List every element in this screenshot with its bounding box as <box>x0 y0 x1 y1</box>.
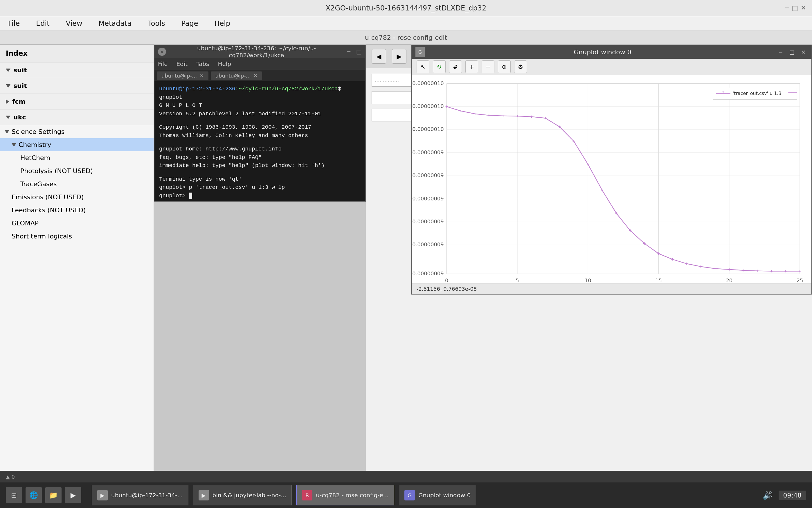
sidebar-science-settings[interactable]: Science Settings <box>0 125 153 138</box>
gnuplot-icon-symbol: G <box>418 49 422 55</box>
rose-toolbar-btn-2[interactable]: ▶ <box>392 49 406 64</box>
gnuplot-reload-btn[interactable]: ↻ <box>433 60 446 73</box>
taskbar-files-btn[interactable]: 📁 <box>45 487 61 503</box>
menu-page[interactable]: Page <box>179 18 200 29</box>
x-label-25: 25 <box>797 278 803 284</box>
terminal-tab-1-close[interactable]: ✕ <box>200 73 204 78</box>
sidebar-photolysis[interactable]: Photolysis (NOT USED) <box>0 164 153 177</box>
sidebar-label-suit2: suit <box>13 82 27 89</box>
chemistry-expand-icon <box>12 143 16 147</box>
terminal-line-10 <box>159 170 361 175</box>
gnuplot-settings-btn[interactable]: ⚙ <box>514 60 527 73</box>
gnuplot-zoom-out-btn[interactable]: − <box>482 60 494 73</box>
sidebar-tracegases[interactable]: TraceGases <box>0 177 153 190</box>
taskbar-item-rose[interactable]: R u-cq782 - rose config-e... <box>297 485 394 505</box>
sidebar-item-fcm[interactable]: fcm <box>0 94 153 109</box>
gnuplot-zoom-in-btn[interactable]: + <box>465 60 478 73</box>
terminal-tab-2-close[interactable]: ✕ <box>254 73 258 78</box>
gnuplot-svg: 0.00000010 0.00000010 0.00000010 0.00000… <box>412 75 811 294</box>
x-label-0: 0 <box>445 278 448 284</box>
terminal-menu-tabs[interactable]: Tabs <box>196 60 209 68</box>
taskbar: ⊞ 🌐 📁 ▶ ▶ ubuntu@ip-172-31-34-... ▶ bin … <box>0 482 812 508</box>
taskbar-rose-icon: R <box>302 490 312 501</box>
taskbar-terminal-launcher-btn[interactable]: ▶ <box>65 487 81 503</box>
sidebar-item-ukc[interactable]: ukc <box>0 110 153 125</box>
emissions-label: Emissions (NOT USED) <box>12 194 84 201</box>
sidebar-emissions[interactable]: Emissions (NOT USED) <box>0 190 153 204</box>
taskbar-browser-btn[interactable]: 🌐 <box>26 487 42 503</box>
gnuplot-controls: ─ □ ✕ <box>777 48 808 56</box>
terminal-line-9: immediate help: type "help" (plot window… <box>159 162 361 170</box>
sidebar-label-suit1: suit <box>13 67 27 74</box>
y-label-3: 0.00000010 <box>412 126 444 132</box>
terminal-titlebar: ✕ ubuntu@ip-172-31-34-236: ~/cylc-run/u-… <box>154 45 365 58</box>
terminal-prompt-line: ubuntu@ip-172-31-34-236:~/cylc-run/u-cq7… <box>159 85 361 101</box>
gnuplot-crosshair-btn[interactable]: ⊕ <box>498 60 511 73</box>
minimize-btn[interactable]: ─ <box>785 4 789 12</box>
terminal-menu-edit[interactable]: Edit <box>176 60 187 68</box>
taskbar-item-terminal1[interactable]: ▶ ubuntu@ip-172-31-34-... <box>92 485 188 505</box>
x-label-5: 5 <box>515 278 519 284</box>
sidebar-chemistry[interactable]: Chemistry <box>0 138 153 151</box>
gnuplot-toolbar: ↖ ↻ # + − ⊕ ⚙ <box>412 59 811 75</box>
gnuplot-window: G Gnuplot window 0 ─ □ ✕ ↖ ↻ # + − ⊕ ⚙ <box>411 45 812 295</box>
maximize-btn[interactable]: □ <box>792 4 798 12</box>
gnuplot-arrow-btn[interactable]: ↖ <box>417 60 430 73</box>
gnuplot-max-btn[interactable]: □ <box>787 48 797 56</box>
terminal-line-12: gnuplot> p 'tracer_out.csv' u 1:3 w lp <box>159 183 361 192</box>
sub-title: u-cq782 - rose config-edit <box>365 34 447 41</box>
taskbar-terminal1-icon: ▶ <box>97 490 108 501</box>
taskbar-item-terminal2[interactable]: ▶ bin && jupyter-lab --no-... <box>193 485 292 505</box>
menu-view[interactable]: View <box>63 18 85 29</box>
apps-icon: ⊞ <box>11 491 17 499</box>
menu-help[interactable]: Help <box>212 18 233 29</box>
menu-file[interactable]: File <box>6 18 22 29</box>
menu-edit[interactable]: Edit <box>34 18 52 29</box>
y-label-7: 0.00000009 <box>412 218 444 224</box>
terminal-close-btn[interactable]: ✕ <box>158 48 166 56</box>
taskbar-terminal2-icon: ▶ <box>198 490 209 501</box>
close-btn[interactable]: ✕ <box>801 4 806 12</box>
nav-section-ukc: ukc <box>0 110 153 125</box>
nav-section-fcm: fcm <box>0 94 153 110</box>
taskbar-terminal2-label: bin && jupyter-lab --no-... <box>213 492 286 499</box>
sub-title-bar: u-cq782 - rose config-edit <box>0 31 812 45</box>
terminal-launcher-icon: ▶ <box>71 491 76 499</box>
sidebar-glomap[interactable]: GLOMAP <box>0 217 153 230</box>
expand-icon-fcm <box>6 99 9 104</box>
terminal-tabs: ubuntu@ip-... ✕ ubuntu@ip-... ✕ <box>154 70 365 81</box>
terminal-line-1: G N U P L O T <box>159 101 361 110</box>
taskbar-item-gnuplot[interactable]: G Gnuplot window 0 <box>399 485 477 505</box>
terminal-tab-2[interactable]: ubuntu@ip-... ✕ <box>211 72 263 80</box>
terminal-min-btn[interactable]: ─ <box>347 48 350 55</box>
gnuplot-min-btn[interactable]: ─ <box>777 48 785 56</box>
menu-tools[interactable]: Tools <box>145 18 167 29</box>
nav-section-suit1: suit <box>0 62 153 78</box>
chemistry-subsection: Chemistry HetChem Photolysis (NOT USED) … <box>0 138 153 190</box>
sidebar-item-suit2[interactable]: suit <box>0 78 153 93</box>
glomap-label: GLOMAP <box>12 220 39 227</box>
terminal-menu-help[interactable]: Help <box>218 60 231 68</box>
expand-icon-ukc <box>6 116 10 119</box>
rose-toolbar-btn-1[interactable]: ◀ <box>372 49 386 64</box>
sidebar-short-term[interactable]: Short term logicals <box>0 230 153 243</box>
main-content: Index suit suit fcm ukc <box>0 45 812 492</box>
science-settings-expand-icon <box>5 130 9 134</box>
gnuplot-grid-btn[interactable]: # <box>449 60 462 73</box>
gnuplot-close-btn[interactable]: ✕ <box>799 48 808 56</box>
menu-metadata[interactable]: Metadata <box>96 18 134 29</box>
terminal-line-4: Copyright (C) 1986-1993, 1998, 2004, 200… <box>159 123 361 132</box>
sidebar-feedbacks[interactable]: Feedbacks (NOT USED) <box>0 204 153 217</box>
terminal-menu-file[interactable]: File <box>158 60 168 68</box>
plot-frame <box>447 84 800 274</box>
taskbar-apps-btn[interactable]: ⊞ <box>6 487 22 503</box>
sidebar-label-fcm: fcm <box>12 98 26 105</box>
chemistry-label: Chemistry <box>18 141 51 149</box>
x-label-20: 20 <box>726 278 732 284</box>
sidebar-item-suit1[interactable]: suit <box>0 62 153 78</box>
terminal-tab-1[interactable]: ubuntu@ip-... ✕ <box>157 72 209 80</box>
sidebar-hetchem[interactable]: HetChem <box>0 151 153 164</box>
terminal-max-btn[interactable]: □ <box>356 48 362 55</box>
window-controls[interactable]: ─ □ ✕ <box>785 4 806 12</box>
terminal-line-11: Terminal type is now 'qt' <box>159 175 361 183</box>
